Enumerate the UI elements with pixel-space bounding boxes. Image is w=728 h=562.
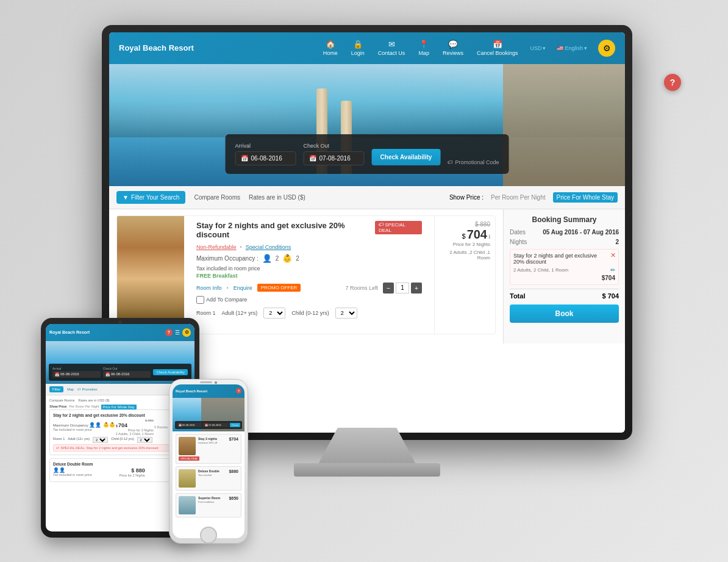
phone-card1-img <box>179 437 196 455</box>
tablet-camera <box>118 320 122 324</box>
phone-card1-inner: Stay 2 nights exclusive 20% off $704 <box>179 437 238 455</box>
enquire-link[interactable]: Enquire <box>234 285 252 291</box>
phone-screen: Royal Beach Resort ? 📅 06-08-2016 📅 07-0… <box>173 384 244 538</box>
nav-currency[interactable]: USD ▾ <box>526 43 549 54</box>
total-label: Total <box>510 292 525 300</box>
filter-search-button[interactable]: ▼ Filter Your Search <box>116 191 185 204</box>
arrival-label: Arrival <box>235 143 296 149</box>
tablet-child-lbl: Child (0-12 yrs) <box>111 437 134 443</box>
checkout-field: Check Out 📅 07-08-2016 <box>304 143 365 165</box>
tablet-card1-row: Maximum Occupancy 👤👤 👶👶 Tax included in … <box>53 419 187 436</box>
qty-plus-button[interactable]: + <box>411 283 422 294</box>
room-price: $ 880 $ 704 ℹ Price for 2 Nights 2 Adult… <box>434 216 495 334</box>
promotional-code-button[interactable]: 🏷 Promotional Code <box>448 159 499 165</box>
nav-login[interactable]: 🔒 Login <box>346 37 369 59</box>
tablet-filter-btn[interactable]: Filter <box>49 386 63 392</box>
summary-item-price: $704 <box>513 275 615 281</box>
phone-home-button[interactable] <box>200 527 217 544</box>
tablet-check-btn[interactable]: Check Availability <box>153 369 188 375</box>
per-room-option[interactable]: Per Room Per Night <box>487 192 549 203</box>
adult-select[interactable]: 213 <box>263 308 285 319</box>
price-toggle: Show Price : Per Room Per Night Price Fo… <box>449 192 618 203</box>
compare-rooms-link[interactable]: Compare Rooms <box>194 194 240 201</box>
help-button[interactable]: ? <box>664 74 681 91</box>
tablet-menu-icon[interactable]: ☰ <box>175 330 180 336</box>
nav-map[interactable]: 📍 Map <box>413 37 434 59</box>
nav-brand: Royal Beach Resort <box>119 43 318 52</box>
nav-home[interactable]: 🏠 Home <box>318 37 343 59</box>
book-button[interactable]: Book <box>510 304 619 323</box>
tablet-arrival-input[interactable]: 📅 06-08-2016 <box>52 371 101 378</box>
phone-arrival[interactable]: 📅 06-08-2016 <box>177 423 202 427</box>
tag-icon2: 🏷 <box>379 222 385 228</box>
tablet-new-price: 704 <box>118 422 127 428</box>
room-info-link[interactable]: Room Info <box>196 285 222 291</box>
phone-deal-badge: SPECIAL DEAL <box>179 456 199 461</box>
tablet-map-link[interactable]: Map <box>67 387 74 391</box>
tablet-checkout-input[interactable]: 📅 06-08-2016 <box>103 371 151 378</box>
qty-value: 1 <box>396 283 409 294</box>
tablet-card2-row: 👤👤 Tax included in room price $ 880 Pric… <box>53 467 187 477</box>
tablet-guest-row: Room 1 Adult (12+ yrs) 2 Child (0-12 yrs… <box>53 437 187 443</box>
tag-icon: 🏷 <box>448 159 453 165</box>
nav-reviews[interactable]: 💬 Reviews <box>438 37 468 59</box>
special-conditions-link[interactable]: Special Conditions <box>246 244 291 250</box>
phone-lens <box>215 381 217 384</box>
tablet-child-sel[interactable]: 2 <box>137 437 152 443</box>
phone-card3-title: Superior Room <box>198 496 226 500</box>
nav-cancel[interactable]: 📅 Cancel Bookings <box>472 37 523 59</box>
phone-card2-title: Deluxe Double <box>198 469 226 473</box>
arrival-field: Arrival 📅 06-08-2016 <box>235 143 296 165</box>
nav-home-label: Home <box>323 50 338 56</box>
phone-help-dot[interactable]: ? <box>236 388 241 394</box>
tablet-gear-icon[interactable]: ⚙ <box>182 328 191 337</box>
dates-label: Dates <box>510 229 526 236</box>
price-note: Price for 2 Nights <box>440 242 490 247</box>
room-title: Stay for 2 nights and get exclusive 20% … <box>196 221 375 239</box>
compare-checkbox[interactable]: Add To Compare <box>196 296 422 304</box>
check-availability-button[interactable]: Check Availability <box>372 149 441 165</box>
tablet-hero: Arrival 📅 06-08-2016 Check Out 📅 06-08-2… <box>46 341 194 384</box>
edit-icon[interactable]: ✏ <box>610 267 615 273</box>
non-refundable-link[interactable]: Non-Refundable <box>196 244 237 250</box>
adult-label: Adult (12+ yrs) <box>222 310 258 316</box>
checkout-date: 07-08-2016 <box>319 155 351 162</box>
phone-checkout[interactable]: 📅 07-08-2016 <box>203 423 228 427</box>
arrival-input[interactable]: 📅 06-08-2016 <box>235 151 296 165</box>
tablet-per-room-opt[interactable]: Per Room Per Night <box>69 405 99 409</box>
info-icon: ℹ <box>488 234 490 240</box>
tablet-help-dot[interactable]: ? <box>165 329 173 336</box>
filter-btn-label: Filter Your Search <box>131 194 180 201</box>
checkout-input[interactable]: 📅 07-08-2016 <box>304 151 365 165</box>
search-box: Arrival 📅 06-08-2016 Check Out 📅 07-08-2… <box>226 134 509 174</box>
chevron-down-icon2: ▾ <box>584 45 587 51</box>
phone-card1-price: $704 <box>229 437 238 455</box>
child-label: Child (0-12 yrs) <box>291 310 329 316</box>
settings-gear-icon[interactable]: ⚙ <box>598 40 615 57</box>
compare-input[interactable] <box>196 296 204 304</box>
promo-offer-badge[interactable]: PROMO OFFER <box>257 284 301 292</box>
phone-check-btn[interactable]: Check <box>230 423 240 427</box>
flag-icon: 🇺🇸 <box>557 45 563 51</box>
qty-minus-button[interactable]: − <box>383 283 394 294</box>
room-number-label: Room 1 <box>196 310 216 316</box>
tablet-checkout-date: 06-08-2016 <box>111 372 130 376</box>
navbar: Royal Beach Resort 🏠 Home 🔒 Login ✉ Co <box>109 32 625 64</box>
phone-search-box: 📅 06-08-2016 📅 07-08-2016 Check <box>175 421 242 429</box>
home-icon: 🏠 <box>326 40 335 49</box>
tablet-brand: Royal Beach Resort <box>49 330 163 334</box>
nav-cancel-label: Cancel Bookings <box>477 50 518 56</box>
currency-symbol: $ <box>462 232 466 240</box>
tablet-room-lbl: Room 1 <box>53 437 65 443</box>
tablet-adult-sel[interactable]: 2 <box>93 437 108 443</box>
nav-items: 🏠 Home 🔒 Login ✉ Contact Us 📍 <box>318 37 615 59</box>
phone-card-1: Stay 2 nights exclusive 20% off $704 SPE… <box>176 434 241 464</box>
whole-stay-option[interactable]: Price For Whole Stay <box>553 192 618 203</box>
old-price: $ 880 <box>440 221 490 228</box>
child-select[interactable]: 2013 <box>335 308 357 319</box>
nav-contact[interactable]: ✉ Contact Us <box>373 37 410 59</box>
tablet-promo-link[interactable]: 🏷 Promotion <box>77 387 98 391</box>
nav-language[interactable]: 🇺🇸 English ▾ <box>553 43 591 54</box>
tablet-whole-stay-opt[interactable]: Price For Whole Stay <box>101 405 137 409</box>
remove-item-button[interactable]: ✕ <box>610 251 616 259</box>
